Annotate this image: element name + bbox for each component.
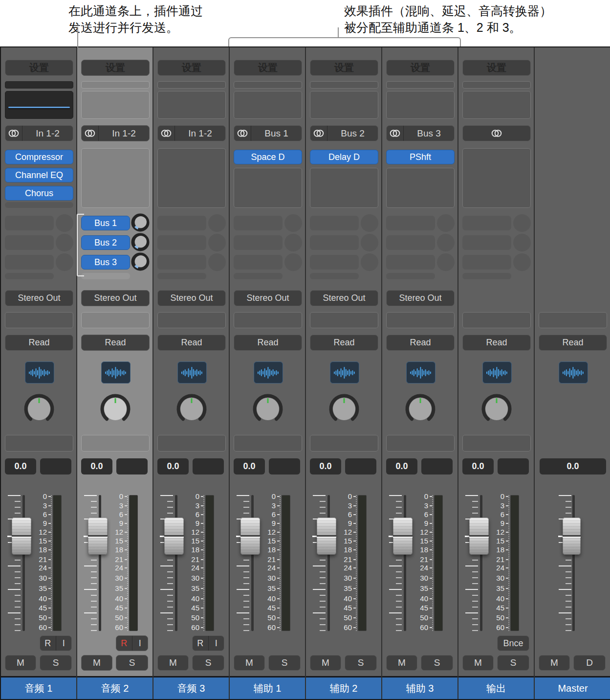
slot-under-pan[interactable] [157, 435, 226, 452]
solo-button[interactable]: S [192, 655, 224, 671]
output-button[interactable]: Stereo Out [157, 290, 226, 306]
fader-cap[interactable] [240, 518, 260, 555]
fader-track[interactable] [99, 495, 101, 631]
solo-button[interactable]: S [268, 655, 301, 671]
group-slot[interactable] [310, 312, 378, 328]
mute-button[interactable]: M [81, 655, 112, 671]
bounce-button[interactable]: Bnce [497, 635, 529, 651]
send-empty-slot[interactable] [310, 216, 359, 230]
send-empty-slot[interactable] [234, 255, 283, 270]
fx-plugin-button[interactable]: Chorus [5, 186, 73, 201]
fader-track[interactable] [251, 495, 254, 631]
eq-display-thumbnail[interactable] [310, 91, 378, 119]
mute-button[interactable]: M [539, 655, 570, 671]
group-slot[interactable] [5, 312, 73, 328]
send-empty-slot[interactable] [386, 235, 435, 250]
fader-track[interactable] [572, 495, 575, 631]
send-empty-slot[interactable] [157, 216, 206, 230]
solo-button[interactable]: S [116, 655, 148, 671]
fx-empty-slot[interactable] [386, 168, 455, 208]
eq-display-thumbnail[interactable] [81, 91, 150, 119]
send-level-knob[interactable] [131, 233, 150, 251]
slot-under-pan[interactable] [310, 435, 378, 452]
pan-knob[interactable] [22, 392, 56, 426]
group-slot[interactable] [462, 312, 531, 328]
input-slot[interactable]: In 1-2 [5, 125, 73, 141]
send-empty-slot[interactable] [5, 235, 54, 250]
fader-track[interactable] [404, 495, 406, 631]
solo-button[interactable]: S [421, 655, 453, 671]
input-slot[interactable]: Bus 1 [234, 125, 302, 141]
output-button[interactable]: Stereo Out [310, 290, 378, 306]
eq-display-thumbnail[interactable] [462, 91, 531, 119]
pan-knob[interactable] [404, 392, 437, 426]
automation-mode-button[interactable]: Read [81, 335, 150, 351]
volume-value[interactable]: 0.0 [540, 458, 606, 474]
slot-under-pan[interactable] [386, 435, 455, 452]
fx-empty-slot[interactable] [234, 168, 302, 208]
input-monitor-button[interactable]: I [208, 636, 224, 651]
pan-knob[interactable] [251, 392, 284, 426]
pan-knob[interactable] [480, 392, 513, 426]
input-slot[interactable] [462, 125, 531, 141]
fx-empty-slot[interactable] [5, 202, 73, 208]
send-empty-slot[interactable] [157, 255, 206, 270]
input-slot[interactable]: In 1-2 [81, 125, 150, 141]
automation-mode-button[interactable]: Read [234, 335, 302, 351]
mute-button[interactable]: M [462, 655, 494, 671]
input-monitor-button[interactable]: I [132, 636, 148, 651]
fx-empty-slot[interactable] [157, 148, 226, 208]
fx-plugin-button[interactable]: Delay D [310, 150, 378, 164]
track-waveform-icon[interactable] [25, 361, 54, 384]
mute-button[interactable]: M [5, 655, 36, 671]
volume-value[interactable]: 0.0 [310, 458, 341, 474]
eq-display-thumbnail[interactable] [157, 91, 226, 119]
settings-button[interactable]: 设置 [81, 60, 150, 76]
peak-value[interactable] [116, 458, 148, 474]
volume-value[interactable]: 0.0 [81, 458, 112, 474]
track-waveform-icon[interactable] [482, 361, 512, 384]
fx-empty-slot[interactable] [81, 148, 150, 208]
send-empty-slot[interactable] [462, 255, 511, 270]
slot-under-pan[interactable] [234, 435, 302, 452]
slot-under-pan[interactable] [5, 435, 73, 452]
automation-mode-button[interactable]: Read [5, 335, 73, 351]
track-waveform-icon[interactable] [330, 361, 359, 384]
eq-display-thumbnail[interactable] [234, 91, 302, 119]
channel-name[interactable]: Master [535, 676, 610, 699]
peak-value[interactable] [421, 458, 453, 474]
record-enable-button[interactable]: R [193, 636, 208, 651]
peak-value[interactable] [193, 458, 224, 474]
fader-cap[interactable] [563, 518, 581, 555]
fader-cap[interactable] [164, 518, 184, 555]
peak-value[interactable] [345, 458, 376, 474]
peak-value[interactable] [40, 458, 71, 474]
send-level-knob[interactable] [131, 213, 150, 232]
slot-under-pan[interactable] [81, 435, 150, 452]
settings-button[interactable]: 设置 [386, 60, 455, 76]
track-waveform-icon[interactable] [101, 361, 131, 384]
fx-empty-slot[interactable] [310, 168, 378, 208]
fader-cap[interactable] [12, 518, 31, 555]
fx-plugin-button[interactable]: Space D [234, 150, 302, 164]
send-empty-slot[interactable] [5, 255, 54, 270]
peak-value[interactable] [498, 458, 529, 474]
output-button[interactable]: Stereo Out [386, 290, 455, 306]
input-slot[interactable]: In 1-2 [157, 125, 226, 141]
track-waveform-icon[interactable] [177, 361, 207, 384]
slot-under-pan[interactable] [462, 435, 531, 452]
send-empty-slot[interactable] [462, 235, 511, 250]
volume-value[interactable]: 0.0 [157, 458, 189, 474]
pan-knob[interactable] [327, 392, 361, 426]
fx-plugin-button[interactable]: PShft [386, 150, 455, 164]
solo-button[interactable]: S [345, 655, 377, 671]
channel-name[interactable]: 音频 1 [1, 676, 76, 699]
volume-value[interactable]: 0.0 [234, 458, 265, 474]
fader-cap[interactable] [317, 518, 336, 555]
send-empty-slot[interactable] [386, 255, 435, 270]
automation-mode-button[interactable]: Read [310, 335, 378, 351]
automation-mode-button[interactable]: Read [157, 335, 226, 351]
send-bus-button[interactable]: Bus 2 [81, 235, 130, 250]
fader-track[interactable] [480, 495, 482, 631]
record-enable-button[interactable]: R [116, 636, 132, 651]
